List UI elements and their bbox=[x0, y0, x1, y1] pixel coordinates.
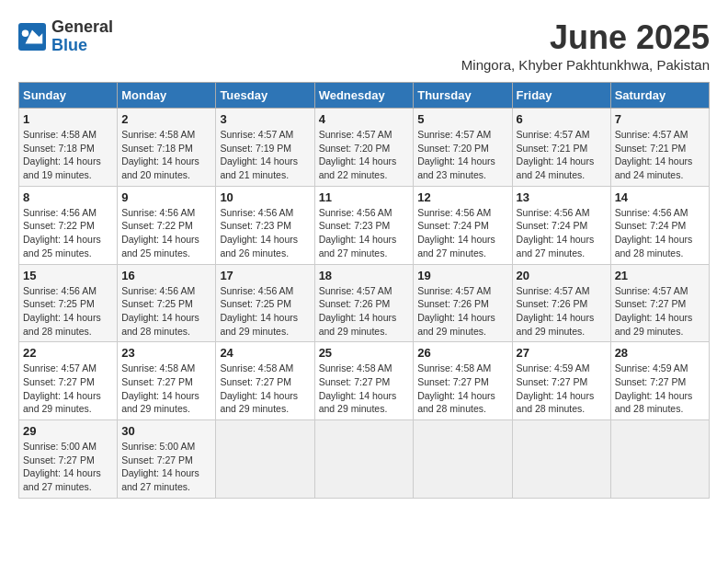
header-thursday: Thursday bbox=[414, 83, 512, 109]
day-number: 15 bbox=[23, 269, 113, 282]
calendar-cell: 8Sunrise: 4:56 AM Sunset: 7:22 PM Daylig… bbox=[19, 186, 118, 264]
calendar-cell: 11Sunrise: 4:56 AM Sunset: 7:23 PM Dayli… bbox=[314, 186, 414, 264]
calendar-cell: 20Sunrise: 4:57 AM Sunset: 7:26 PM Dayli… bbox=[512, 264, 610, 342]
day-info: Sunrise: 4:58 AM Sunset: 7:18 PM Dayligh… bbox=[23, 128, 113, 182]
day-info: Sunrise: 4:56 AM Sunset: 7:23 PM Dayligh… bbox=[319, 206, 410, 260]
day-number: 21 bbox=[615, 269, 705, 282]
header-tuesday: Tuesday bbox=[216, 83, 314, 109]
day-number: 7 bbox=[615, 112, 705, 126]
calendar-cell bbox=[314, 420, 414, 499]
day-info: Sunrise: 4:59 AM Sunset: 7:27 PM Dayligh… bbox=[615, 362, 705, 416]
day-info: Sunrise: 4:56 AM Sunset: 7:22 PM Dayligh… bbox=[23, 206, 113, 260]
day-info: Sunrise: 5:00 AM Sunset: 7:27 PM Dayligh… bbox=[121, 440, 211, 494]
day-info: Sunrise: 4:58 AM Sunset: 7:27 PM Dayligh… bbox=[319, 362, 410, 416]
day-info: Sunrise: 4:56 AM Sunset: 7:24 PM Dayligh… bbox=[517, 206, 607, 260]
day-info: Sunrise: 4:56 AM Sunset: 7:24 PM Dayligh… bbox=[615, 206, 705, 260]
calendar-cell: 15Sunrise: 4:56 AM Sunset: 7:25 PM Dayli… bbox=[19, 264, 118, 342]
logo-icon bbox=[18, 23, 46, 51]
header-friday: Friday bbox=[512, 83, 610, 109]
calendar-cell: 9Sunrise: 4:56 AM Sunset: 7:22 PM Daylig… bbox=[118, 186, 216, 264]
calendar-cell: 3Sunrise: 4:57 AM Sunset: 7:19 PM Daylig… bbox=[216, 109, 314, 187]
day-info: Sunrise: 4:57 AM Sunset: 7:21 PM Dayligh… bbox=[517, 128, 607, 182]
calendar-cell bbox=[610, 420, 709, 499]
day-number: 5 bbox=[417, 112, 507, 126]
header-wednesday: Wednesday bbox=[314, 83, 414, 109]
day-number: 22 bbox=[23, 346, 113, 360]
header-saturday: Saturday bbox=[610, 83, 709, 109]
calendar-cell: 18Sunrise: 4:57 AM Sunset: 7:26 PM Dayli… bbox=[314, 264, 414, 342]
calendar-cell bbox=[512, 420, 610, 499]
day-number: 30 bbox=[121, 424, 211, 438]
calendar-header-row: SundayMondayTuesdayWednesdayThursdayFrid… bbox=[19, 83, 710, 109]
day-info: Sunrise: 4:56 AM Sunset: 7:23 PM Dayligh… bbox=[220, 206, 310, 260]
day-number: 19 bbox=[417, 269, 507, 282]
day-info: Sunrise: 4:57 AM Sunset: 7:26 PM Dayligh… bbox=[417, 284, 507, 339]
day-number: 25 bbox=[319, 346, 410, 360]
day-number: 8 bbox=[23, 190, 113, 204]
calendar-cell: 1Sunrise: 4:58 AM Sunset: 7:18 PM Daylig… bbox=[19, 109, 118, 187]
day-number: 18 bbox=[319, 269, 410, 282]
day-info: Sunrise: 4:56 AM Sunset: 7:25 PM Dayligh… bbox=[220, 284, 310, 339]
day-info: Sunrise: 4:57 AM Sunset: 7:20 PM Dayligh… bbox=[417, 128, 507, 182]
logo-text: General Blue bbox=[51, 18, 113, 55]
day-number: 13 bbox=[517, 190, 607, 204]
calendar-cell: 22Sunrise: 4:57 AM Sunset: 7:27 PM Dayli… bbox=[19, 342, 118, 420]
calendar-cell: 17Sunrise: 4:56 AM Sunset: 7:25 PM Dayli… bbox=[216, 264, 314, 342]
day-info: Sunrise: 4:56 AM Sunset: 7:24 PM Dayligh… bbox=[417, 206, 507, 260]
day-info: Sunrise: 4:58 AM Sunset: 7:27 PM Dayligh… bbox=[220, 362, 310, 416]
calendar-cell: 13Sunrise: 4:56 AM Sunset: 7:24 PM Dayli… bbox=[512, 186, 610, 264]
calendar-cell: 5Sunrise: 4:57 AM Sunset: 7:20 PM Daylig… bbox=[414, 109, 512, 187]
day-info: Sunrise: 4:56 AM Sunset: 7:25 PM Dayligh… bbox=[23, 284, 113, 339]
day-info: Sunrise: 4:57 AM Sunset: 7:26 PM Dayligh… bbox=[319, 284, 410, 339]
day-number: 6 bbox=[517, 112, 607, 126]
calendar-cell: 6Sunrise: 4:57 AM Sunset: 7:21 PM Daylig… bbox=[512, 109, 610, 187]
calendar-cell: 30Sunrise: 5:00 AM Sunset: 7:27 PM Dayli… bbox=[118, 420, 216, 499]
page-header: General Blue June 2025 Mingora, Khyber P… bbox=[18, 18, 710, 73]
calendar-cell: 26Sunrise: 4:58 AM Sunset: 7:27 PM Dayli… bbox=[414, 342, 512, 420]
day-info: Sunrise: 4:57 AM Sunset: 7:27 PM Dayligh… bbox=[615, 284, 705, 339]
calendar-cell: 4Sunrise: 4:57 AM Sunset: 7:20 PM Daylig… bbox=[314, 109, 414, 187]
calendar-cell bbox=[216, 420, 314, 499]
day-info: Sunrise: 4:57 AM Sunset: 7:27 PM Dayligh… bbox=[23, 362, 113, 416]
calendar-week-row: 1Sunrise: 4:58 AM Sunset: 7:18 PM Daylig… bbox=[19, 109, 710, 187]
calendar-week-row: 15Sunrise: 4:56 AM Sunset: 7:25 PM Dayli… bbox=[19, 264, 710, 342]
svg-point-2 bbox=[22, 29, 29, 37]
day-number: 27 bbox=[517, 346, 607, 360]
day-number: 4 bbox=[319, 112, 410, 126]
day-number: 16 bbox=[121, 269, 211, 282]
header-sunday: Sunday bbox=[19, 83, 118, 109]
day-number: 1 bbox=[23, 112, 113, 126]
day-number: 20 bbox=[517, 269, 607, 282]
day-number: 17 bbox=[220, 269, 310, 282]
day-number: 2 bbox=[121, 112, 211, 126]
day-info: Sunrise: 5:00 AM Sunset: 7:27 PM Dayligh… bbox=[23, 440, 113, 494]
day-number: 10 bbox=[220, 190, 310, 204]
calendar-cell: 29Sunrise: 5:00 AM Sunset: 7:27 PM Dayli… bbox=[19, 420, 118, 499]
day-info: Sunrise: 4:59 AM Sunset: 7:27 PM Dayligh… bbox=[517, 362, 607, 416]
calendar-week-row: 29Sunrise: 5:00 AM Sunset: 7:27 PM Dayli… bbox=[19, 420, 710, 499]
day-info: Sunrise: 4:58 AM Sunset: 7:27 PM Dayligh… bbox=[121, 362, 211, 416]
day-number: 28 bbox=[615, 346, 705, 360]
calendar-cell: 19Sunrise: 4:57 AM Sunset: 7:26 PM Dayli… bbox=[414, 264, 512, 342]
calendar-cell bbox=[414, 420, 512, 499]
day-info: Sunrise: 4:57 AM Sunset: 7:21 PM Dayligh… bbox=[615, 128, 705, 182]
calendar-cell: 24Sunrise: 4:58 AM Sunset: 7:27 PM Dayli… bbox=[216, 342, 314, 420]
calendar-cell: 25Sunrise: 4:58 AM Sunset: 7:27 PM Dayli… bbox=[314, 342, 414, 420]
calendar-cell: 10Sunrise: 4:56 AM Sunset: 7:23 PM Dayli… bbox=[216, 186, 314, 264]
calendar-week-row: 22Sunrise: 4:57 AM Sunset: 7:27 PM Dayli… bbox=[19, 342, 710, 420]
calendar-cell: 16Sunrise: 4:56 AM Sunset: 7:25 PM Dayli… bbox=[118, 264, 216, 342]
day-number: 23 bbox=[121, 346, 211, 360]
calendar-cell: 2Sunrise: 4:58 AM Sunset: 7:18 PM Daylig… bbox=[118, 109, 216, 187]
day-info: Sunrise: 4:57 AM Sunset: 7:26 PM Dayligh… bbox=[517, 284, 607, 339]
location-title: Mingora, Khyber Pakhtunkhwa, Pakistan bbox=[461, 57, 710, 73]
day-number: 14 bbox=[615, 190, 705, 204]
day-info: Sunrise: 4:58 AM Sunset: 7:27 PM Dayligh… bbox=[417, 362, 507, 416]
day-number: 29 bbox=[23, 424, 113, 438]
day-number: 9 bbox=[121, 190, 211, 204]
calendar-cell: 12Sunrise: 4:56 AM Sunset: 7:24 PM Dayli… bbox=[414, 186, 512, 264]
day-info: Sunrise: 4:56 AM Sunset: 7:25 PM Dayligh… bbox=[121, 284, 211, 339]
logo: General Blue bbox=[18, 18, 113, 55]
month-title: June 2025 bbox=[461, 18, 710, 57]
day-number: 3 bbox=[220, 112, 310, 126]
day-info: Sunrise: 4:56 AM Sunset: 7:22 PM Dayligh… bbox=[121, 206, 211, 260]
